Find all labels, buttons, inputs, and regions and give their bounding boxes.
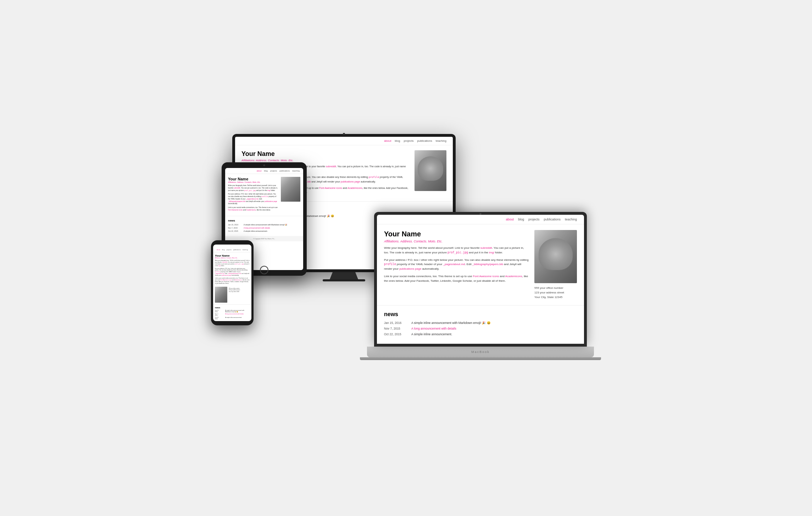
macbook: about blog projects publications teachin… — [360, 212, 601, 375]
ph-papers[interactable]: _bibliography/papers.bib — [228, 273, 241, 274]
ph-about-md[interactable]: _pages/about.md — [215, 273, 224, 274]
nav-projects[interactable]: projects — [404, 139, 413, 142]
mb-about-md-link[interactable]: _pages/about.md — [443, 263, 465, 266]
mb-papers-link[interactable]: _bibliography/papers.bib — [472, 263, 503, 266]
mb-academicons-link[interactable]: Academicons — [505, 275, 522, 278]
mb-nav-publications[interactable]: publications — [544, 218, 561, 221]
tab-papers[interactable]: _bibliography/papers.bib — [228, 201, 245, 202]
ph-nav-teaching[interactable]: teaching — [243, 249, 248, 251]
tab-nav-projects[interactable]: projects — [270, 170, 277, 172]
mb-img-link[interactable]: img/ — [489, 251, 494, 254]
tab-img[interactable]: img/ — [267, 190, 271, 191]
tab-fontawesome[interactable]: Font Awesome icons — [228, 209, 243, 211]
tab-nav-publications[interactable]: publications — [279, 170, 290, 172]
fontawesome-link[interactable]: Font Awesome icons — [319, 187, 342, 189]
macbook-screen: about blog projects publications teachin… — [377, 215, 584, 344]
phone-photo — [215, 287, 227, 303]
tab-nav-blog[interactable]: blog — [264, 170, 267, 172]
macbook-page-title: Your Name — [384, 230, 529, 238]
mb-publications-link[interactable]: publications page — [399, 267, 421, 270]
phone-news: news Jan 15,2016 A simple inline announc… — [213, 304, 251, 321]
tablet-camera — [263, 164, 265, 166]
phone-news-date-2: Nov 7,2015 — [215, 313, 224, 316]
tablet-bio1: Write your biography here. Tell the worl… — [228, 185, 278, 192]
macbook-photo-col: 555 your office number 123 your address … — [534, 230, 577, 299]
monitor-stand — [330, 272, 358, 279]
ph-nav-projects[interactable]: projects — [227, 249, 232, 251]
macbook-photo — [534, 230, 577, 283]
monitor-base — [323, 279, 365, 281]
scene: about blog projects publications teachin… — [211, 134, 601, 382]
tablet-content: Your Name Affiliations. Address. Contact… — [225, 174, 303, 216]
tab-nav-about[interactable]: about — [257, 170, 262, 172]
nav-about[interactable]: about — [384, 139, 391, 142]
monitor-camera — [343, 133, 345, 135]
macbook-camera — [480, 213, 482, 215]
ph-publications[interactable]: publications page — [222, 275, 231, 276]
ph-nav-publications[interactable]: publications — [233, 249, 241, 251]
mb-nav-about[interactable]: about — [506, 218, 514, 221]
tab-news-link[interactable]: A long announcement with details — [244, 227, 270, 229]
phone-bio1: Write your biography here. Tell the worl… — [215, 260, 250, 267]
nav-teaching[interactable]: teaching — [436, 139, 446, 142]
tablet-photo — [281, 177, 300, 202]
publications-link[interactable]: publications page — [341, 180, 360, 183]
macbook-news-text-3: A simple inline announcement. — [411, 332, 452, 336]
macbook-bio2: Put your address / P.O. box / other info… — [384, 258, 529, 271]
mb-nav-teaching[interactable]: teaching — [565, 218, 577, 221]
phone-news-title: news — [215, 307, 250, 309]
nav-blog[interactable]: blog — [395, 139, 400, 142]
ph-subreddit[interactable]: subreddit — [222, 262, 227, 263]
tablet-news-item-2: Nov 7, 2015 A long announcement with det… — [228, 227, 300, 229]
tab-publications[interactable]: publications page — [265, 201, 277, 202]
mb-nav-blog[interactable]: blog — [518, 218, 524, 221]
macbook-news-date-3: Oct 22, 2015 — [384, 332, 407, 336]
macbook-body: MacBook — [367, 347, 594, 357]
macbook-news-item-2: Nov 7, 2015 A long announcement with det… — [384, 327, 577, 330]
tablet-news-date-2: Nov 7, 2015 — [228, 227, 241, 229]
macbook-nav: about blog projects publications teachin… — [377, 215, 584, 224]
phone-title: Your Name — [215, 254, 250, 257]
phone-frame: about blog projects publications teachin… — [211, 240, 254, 325]
phone-news-item-2: Nov 7,2015 A long announcement with deta… — [215, 313, 250, 316]
academicons-link[interactable]: Academicons — [347, 187, 362, 189]
mb-fontawesome-link[interactable]: Font Awesome icons — [473, 275, 499, 278]
tab-subreddit[interactable]: subreddit — [234, 187, 240, 189]
ph-news-link[interactable]: A long announcement with details — [225, 313, 244, 315]
ph-nav-about[interactable]: about — [217, 249, 220, 251]
tablet-home-button[interactable] — [260, 266, 268, 274]
phone-screen: about blog projects publications teachin… — [213, 245, 251, 321]
monitor-title: Your Name — [241, 150, 410, 158]
macbook-address: 555 your office number 123 your address … — [534, 286, 564, 299]
phone-photo-row: 555 your office number 123 your address … — [215, 287, 250, 303]
phone-affiliations: Affiliations. Address. Contacts. Moto. E… — [215, 257, 250, 259]
tablet-news-date-1: Jan 15, 2016 — [228, 224, 241, 226]
macbook-main: Your Name Affiliations. Address. Contact… — [384, 230, 529, 299]
macbook-affiliations: Affiliations. Address. Contacts. Moto. E… — [384, 240, 529, 243]
tab-about-md[interactable]: _pages/about.md — [246, 198, 258, 200]
mb-nav-projects[interactable]: projects — [528, 218, 540, 221]
macbook-news-item-1: Jan 15, 2016 A simple inline announcemen… — [384, 321, 577, 325]
macbook-brand-label: MacBook — [471, 350, 490, 354]
tablet-news-text-2: A long announcement with details — [244, 227, 270, 229]
tab-nav-teaching[interactable]: teaching — [292, 170, 300, 172]
macbook-news-date-1: Jan 15, 2016 — [384, 321, 407, 325]
tab-academicons[interactable]: Academicons — [246, 209, 256, 211]
ph-fontawesome[interactable]: Font Awesome icons — [220, 279, 232, 281]
nav-publications[interactable]: publications — [417, 139, 432, 142]
macbook-news-date-2: Nov 7, 2015 — [384, 327, 407, 330]
mb-subreddit-link[interactable]: subreddit — [480, 246, 492, 249]
macbook-bio3: Link to your social media connections, t… — [384, 274, 529, 284]
phone-nav: about blog projects publications teachin… — [213, 247, 251, 252]
ph-academicons[interactable]: Academicons — [234, 279, 242, 281]
ph-img[interactable]: img/ — [218, 265, 221, 267]
mb-news-link-2[interactable]: A long announcement with details — [411, 327, 456, 330]
subreddit-link[interactable]: subreddit — [326, 165, 336, 168]
tablet-news-item-3: Oct 22, 2015 A simple inline announcemen… — [228, 230, 300, 232]
tablet-news-title: news — [228, 219, 300, 222]
ph-nav-blog[interactable]: blog — [222, 249, 225, 251]
tablet-nav: about blog projects publications teachin… — [225, 168, 303, 174]
phone-news-text-3: A simple inline announcement. — [225, 317, 242, 320]
phone-news-item-3: Oct 22,2015 A simple inline announcement… — [215, 317, 250, 320]
phone: about blog projects publications teachin… — [211, 240, 254, 325]
